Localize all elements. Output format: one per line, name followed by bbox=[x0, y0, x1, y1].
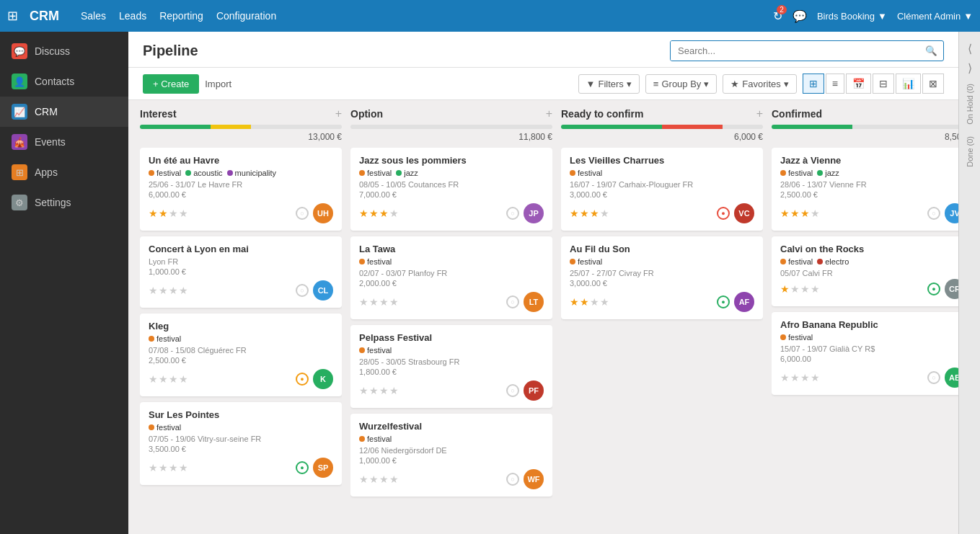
star-icon[interactable]: ★ bbox=[780, 283, 790, 295]
table-row[interactable]: Au Fil du Sonfestival25/07 - 27/07 Civra… bbox=[561, 236, 763, 319]
star-icon[interactable]: ★ bbox=[179, 285, 188, 296]
nav-configuration[interactable]: Configuration bbox=[216, 10, 276, 22]
card-stars[interactable]: ★★★★ bbox=[780, 372, 820, 383]
star-icon[interactable]: ★ bbox=[359, 385, 368, 396]
star-icon[interactable]: ★ bbox=[359, 473, 368, 485]
activity-view-button[interactable]: ⊠ bbox=[922, 74, 944, 94]
star-icon[interactable]: ★ bbox=[159, 208, 168, 219]
status-badge[interactable]: ● bbox=[296, 461, 309, 474]
favorites-button[interactable]: ★ Favorites ▾ bbox=[723, 74, 796, 94]
star-icon[interactable]: ★ bbox=[159, 373, 168, 385]
status-badge[interactable]: ○ bbox=[296, 284, 309, 297]
star-icon[interactable]: ★ bbox=[790, 283, 800, 295]
fold-left-button[interactable]: ⟨ bbox=[965, 39, 975, 58]
star-icon[interactable]: ★ bbox=[811, 208, 820, 219]
sidebar-item-crm[interactable]: 📈 CRM bbox=[0, 97, 128, 127]
create-button[interactable]: + Create bbox=[143, 74, 199, 94]
search-input[interactable] bbox=[671, 41, 919, 61]
status-badge[interactable]: ○ bbox=[506, 295, 519, 308]
chat-icon[interactable]: 💬 bbox=[793, 9, 807, 23]
pivot-view-button[interactable]: ⊟ bbox=[873, 74, 894, 94]
groupby-button[interactable]: ≡ Group By ▾ bbox=[645, 74, 718, 94]
chart-view-button[interactable]: 📊 bbox=[896, 74, 921, 94]
status-badge[interactable]: ● bbox=[717, 295, 730, 308]
star-icon[interactable]: ★ bbox=[790, 208, 800, 219]
table-row[interactable]: Calvi on the Rocksfestivalelectro05/07 C… bbox=[772, 236, 958, 306]
list-view-button[interactable]: ≡ bbox=[826, 74, 844, 94]
star-icon[interactable]: ★ bbox=[800, 372, 810, 383]
star-icon[interactable]: ★ bbox=[389, 208, 399, 219]
star-icon[interactable]: ★ bbox=[369, 473, 379, 485]
sidebar-item-events[interactable]: 🎪 Events bbox=[0, 127, 128, 157]
star-icon[interactable]: ★ bbox=[389, 385, 399, 396]
nav-sales[interactable]: Sales bbox=[81, 10, 106, 22]
sidebar-item-discuss[interactable]: 💬 Discuss bbox=[0, 36, 128, 66]
star-icon[interactable]: ★ bbox=[149, 285, 158, 296]
status-badge[interactable]: ○ bbox=[506, 207, 519, 220]
star-icon[interactable]: ★ bbox=[149, 208, 158, 219]
sidebar-item-settings[interactable]: ⚙ Settings bbox=[0, 187, 128, 218]
star-icon[interactable]: ★ bbox=[811, 283, 820, 295]
grid-icon[interactable]: ⊞ bbox=[7, 8, 18, 24]
table-row[interactable]: La Tawafestival02/07 - 03/07 Planfoy FR2… bbox=[350, 236, 552, 319]
table-row[interactable]: Un été au Havrefestivalacousticmunicipal… bbox=[140, 148, 342, 231]
card-stars[interactable]: ★★★★ bbox=[359, 385, 399, 396]
filters-button[interactable]: ▼ Filters ▾ bbox=[578, 74, 640, 94]
star-icon[interactable]: ★ bbox=[580, 208, 589, 219]
status-badge[interactable]: ○ bbox=[506, 384, 519, 397]
star-icon[interactable]: ★ bbox=[800, 208, 810, 219]
fold-right-button[interactable]: ⟩ bbox=[965, 58, 975, 78]
table-row[interactable]: Jazz sous les pommiersfestivaljazz08/05 … bbox=[350, 148, 552, 231]
status-badge[interactable]: ○ bbox=[296, 207, 309, 220]
star-icon[interactable]: ★ bbox=[169, 462, 178, 473]
card-stars[interactable]: ★★★★ bbox=[149, 373, 188, 385]
star-icon[interactable]: ★ bbox=[580, 296, 589, 308]
status-badge[interactable]: ○ bbox=[506, 473, 519, 486]
star-icon[interactable]: ★ bbox=[379, 385, 389, 396]
kanban-view-button[interactable]: ⊞ bbox=[803, 74, 824, 94]
star-icon[interactable]: ★ bbox=[359, 208, 368, 219]
table-row[interactable]: Afro Banana Republicfestival15/07 - 19/0… bbox=[772, 312, 958, 395]
card-stars[interactable]: ★★★★ bbox=[570, 208, 609, 219]
status-badge[interactable]: ○ bbox=[927, 371, 940, 384]
star-icon[interactable]: ★ bbox=[590, 296, 599, 308]
star-icon[interactable]: ★ bbox=[780, 372, 790, 383]
card-stars[interactable]: ★★★★ bbox=[359, 208, 399, 219]
table-row[interactable]: Wurzelfestivalfestival12/06 Niedergörsdo… bbox=[350, 414, 552, 497]
sidebar-item-apps[interactable]: ⊞ Apps bbox=[0, 157, 128, 187]
star-icon[interactable]: ★ bbox=[800, 283, 810, 295]
star-icon[interactable]: ★ bbox=[179, 373, 188, 385]
table-row[interactable]: Concert à Lyon en maiLyon FR1,000.00 €★★… bbox=[140, 236, 342, 308]
col-add-button[interactable]: + bbox=[756, 107, 763, 120]
star-icon[interactable]: ★ bbox=[379, 473, 389, 485]
status-badge[interactable]: ○ bbox=[927, 207, 940, 220]
star-icon[interactable]: ★ bbox=[811, 372, 820, 383]
card-stars[interactable]: ★★★★ bbox=[570, 296, 609, 308]
card-stars[interactable]: ★★★★ bbox=[149, 462, 188, 473]
status-badge[interactable]: ● bbox=[717, 207, 730, 220]
star-icon[interactable]: ★ bbox=[379, 208, 389, 219]
status-badge[interactable]: ● bbox=[296, 373, 309, 386]
star-icon[interactable]: ★ bbox=[369, 208, 379, 219]
status-badge[interactable]: ● bbox=[927, 282, 940, 295]
col-add-button[interactable]: + bbox=[546, 107, 552, 120]
star-icon[interactable]: ★ bbox=[790, 372, 800, 383]
star-icon[interactable]: ★ bbox=[389, 296, 399, 308]
star-icon[interactable]: ★ bbox=[169, 373, 178, 385]
card-stars[interactable]: ★★★★ bbox=[780, 283, 820, 295]
table-row[interactable]: Jazz à Viennefestivaljazz28/06 - 13/07 V… bbox=[772, 148, 958, 231]
star-icon[interactable]: ★ bbox=[780, 208, 790, 219]
table-row[interactable]: Les Vieilles Charruesfestival16/07 - 19/… bbox=[561, 148, 763, 231]
user-menu[interactable]: Clément Admin ▼ bbox=[897, 11, 973, 22]
calendar-view-button[interactable]: 📅 bbox=[846, 74, 871, 94]
star-icon[interactable]: ★ bbox=[570, 208, 579, 219]
star-icon[interactable]: ★ bbox=[379, 296, 389, 308]
star-icon[interactable]: ★ bbox=[369, 385, 379, 396]
star-icon[interactable]: ★ bbox=[159, 285, 168, 296]
star-icon[interactable]: ★ bbox=[369, 296, 379, 308]
sidebar-item-contacts[interactable]: 👤 Contacts bbox=[0, 66, 128, 97]
star-icon[interactable]: ★ bbox=[600, 296, 609, 308]
star-icon[interactable]: ★ bbox=[149, 462, 158, 473]
star-icon[interactable]: ★ bbox=[359, 296, 368, 308]
star-icon[interactable]: ★ bbox=[149, 373, 158, 385]
